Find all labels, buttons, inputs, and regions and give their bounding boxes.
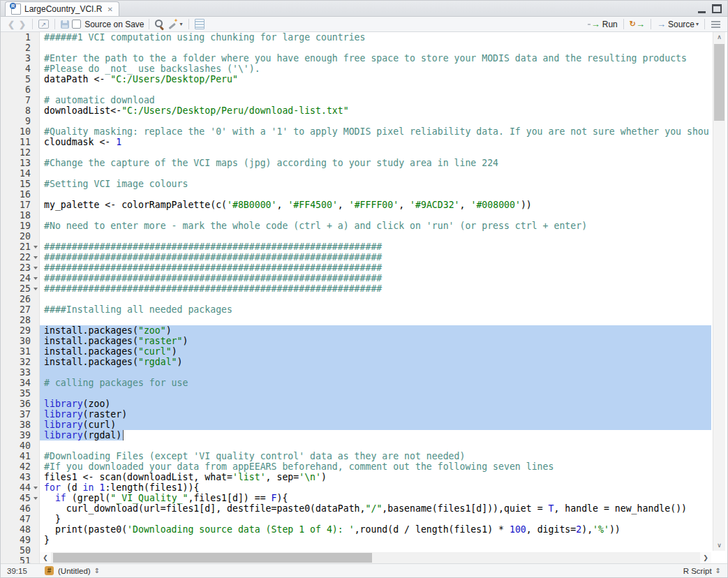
code-line-text[interactable]: ########################################… xyxy=(40,273,711,283)
tab-close-icon[interactable]: ✕ xyxy=(107,6,112,13)
code-line[interactable]: 5dataPath <- "C:/Users/Desktop/Peru" xyxy=(1,74,711,84)
code-line-text[interactable] xyxy=(40,43,711,53)
line-number[interactable]: 2 xyxy=(1,43,33,53)
source-on-save-checkbox[interactable] xyxy=(72,20,81,29)
code-line-text[interactable]: } xyxy=(40,514,711,524)
line-number[interactable]: 38 xyxy=(1,420,33,430)
code-line[interactable]: 25######################################… xyxy=(1,283,711,294)
save-icon[interactable] xyxy=(61,20,69,29)
line-number[interactable]: 37 xyxy=(1,409,33,420)
line-number[interactable]: 17 xyxy=(1,200,33,210)
code-line[interactable]: 47 } xyxy=(1,514,711,524)
code-line[interactable]: 9 xyxy=(1,116,711,126)
line-number[interactable]: 27 xyxy=(1,304,33,315)
line-number[interactable]: 25 xyxy=(1,283,33,294)
code-line-text[interactable]: #If you downloaded your data from appEEA… xyxy=(40,461,711,472)
code-line[interactable]: 32install.packages("rgdal") xyxy=(1,357,711,367)
code-line-text[interactable] xyxy=(40,440,711,451)
code-line[interactable]: 19#No need to enter more - mark the whol… xyxy=(1,221,711,231)
line-number[interactable]: 36 xyxy=(1,399,33,409)
fold-arrow-icon[interactable] xyxy=(34,256,38,259)
line-number[interactable]: 11 xyxy=(1,137,33,147)
code-line[interactable]: 13#Change the capture of the VCI maps (j… xyxy=(1,158,711,168)
vertical-scrollbar-thumb[interactable] xyxy=(714,44,725,121)
code-line-text[interactable]: library(raster) xyxy=(40,409,711,420)
code-editor[interactable]: 1######1 VCI computation using chunking … xyxy=(1,32,727,563)
line-number[interactable]: 45 xyxy=(1,493,33,503)
scroll-left-icon[interactable]: ❮ xyxy=(40,552,51,563)
line-number[interactable]: 23 xyxy=(1,262,33,273)
code-line-text[interactable]: ########################################… xyxy=(40,283,711,294)
code-line[interactable]: 40 xyxy=(1,440,711,451)
line-number[interactable]: 33 xyxy=(1,367,33,378)
code-line[interactable]: 18 xyxy=(1,210,711,221)
file-type-spinner-icon[interactable]: ⇕ xyxy=(715,567,721,575)
forward-icon[interactable]: ❯ xyxy=(17,18,28,31)
code-line-text[interactable]: library(curl) xyxy=(40,420,711,430)
line-number[interactable]: 24 xyxy=(1,273,33,283)
scroll-up-icon[interactable]: ∧ xyxy=(713,32,725,43)
fold-arrow-icon[interactable] xyxy=(34,277,38,280)
code-line-text[interactable]: install.packages("rgdal") xyxy=(40,357,711,367)
back-icon[interactable]: ❮ xyxy=(6,18,17,31)
code-line[interactable]: 2 xyxy=(1,43,711,53)
code-line[interactable]: 24######################################… xyxy=(1,273,711,283)
line-number[interactable]: 31 xyxy=(1,346,33,357)
line-number[interactable]: 13 xyxy=(1,158,33,168)
fold-arrow-icon[interactable] xyxy=(34,246,38,249)
find-replace-icon[interactable] xyxy=(155,20,164,29)
code-line-text[interactable] xyxy=(40,315,711,325)
code-line-text[interactable]: if (grepl("_VI_Quality_",files1[d]) == F… xyxy=(40,493,711,503)
tab-largecountry-vci[interactable]: LargeCountry_VCI.R ✕ xyxy=(5,1,119,16)
code-line-text[interactable] xyxy=(40,231,711,242)
code-line-text[interactable]: install.packages("zoo") xyxy=(40,325,711,336)
line-number[interactable]: 43 xyxy=(1,472,33,482)
code-tools-button[interactable]: ▾ xyxy=(165,20,184,29)
horizontal-scrollbar[interactable]: ❮ ❯ xyxy=(40,552,711,563)
code-line[interactable]: 48 print(paste0('Downloading source data… xyxy=(1,524,711,535)
code-line-text[interactable]: #Change the capture of the VCI maps (jpg… xyxy=(40,158,711,168)
horizontal-scrollbar-thumb[interactable] xyxy=(53,553,372,563)
code-line[interactable]: 22######################################… xyxy=(1,252,711,262)
line-number[interactable]: 14 xyxy=(1,168,33,179)
line-number[interactable]: 18 xyxy=(1,210,33,221)
fold-arrow-icon[interactable] xyxy=(34,288,38,290)
line-number[interactable]: 15 xyxy=(1,179,33,189)
line-number[interactable]: 42 xyxy=(1,461,33,472)
line-number[interactable]: 35 xyxy=(1,388,33,399)
code-line-text[interactable] xyxy=(40,210,711,221)
rerun-button[interactable]: ↻ → xyxy=(628,19,646,29)
code-line[interactable]: 26 xyxy=(1,294,711,304)
code-line[interactable]: 1######1 VCI computation using chunking … xyxy=(1,32,711,43)
code-line[interactable]: 11cloudmask <- 1 xyxy=(1,137,711,147)
code-line[interactable]: 28 xyxy=(1,315,711,325)
code-line-text[interactable]: #Quality masking: replace the '0' with a… xyxy=(40,126,711,137)
code-line-text[interactable] xyxy=(40,189,711,200)
code-line-text[interactable]: downloadList<-"C:/Users/Desktop/Peru/dow… xyxy=(40,105,711,116)
document-outline-icon[interactable] xyxy=(711,20,720,29)
code-line-text[interactable] xyxy=(40,116,711,126)
code-line[interactable]: 45 if (grepl("_VI_Quality_",files1[d]) =… xyxy=(1,493,711,503)
code-line-text[interactable] xyxy=(40,84,711,95)
code-line-text[interactable]: # automatic download xyxy=(40,95,711,105)
code-line[interactable]: 33 xyxy=(1,367,711,378)
vertical-scrollbar[interactable]: ∧ ∨ xyxy=(713,32,725,551)
line-number[interactable]: 3 xyxy=(1,53,33,64)
fold-arrow-icon[interactable] xyxy=(34,267,38,269)
code-line[interactable]: 30install.packages("raster") xyxy=(1,336,711,346)
run-button[interactable]: → Run xyxy=(586,19,619,29)
scroll-down-icon[interactable]: ∨ xyxy=(713,540,725,551)
code-lines[interactable]: 1######1 VCI computation using chunking … xyxy=(1,32,711,563)
code-line[interactable]: 7# automatic download xyxy=(1,95,711,105)
code-line-text[interactable]: library(zoo) xyxy=(40,399,711,409)
code-line-text[interactable]: print(paste0('Downloading source data (S… xyxy=(40,524,711,535)
line-number[interactable]: 46 xyxy=(1,503,33,514)
code-line-text[interactable]: install.packages("curl") xyxy=(40,346,711,357)
code-line[interactable]: 6 xyxy=(1,84,711,95)
scroll-right-icon[interactable]: ❯ xyxy=(700,552,711,563)
code-line[interactable]: 16 xyxy=(1,189,711,200)
code-line[interactable]: 42#If you downloaded your data from appE… xyxy=(1,461,711,472)
code-line[interactable]: 17my_palette <- colorRampPalette(c('#8B0… xyxy=(1,200,711,210)
code-line[interactable]: 10#Quality masking: replace the '0' with… xyxy=(1,126,711,137)
code-line[interactable]: 43files1 <- scan(downloadList, what='lis… xyxy=(1,472,711,482)
